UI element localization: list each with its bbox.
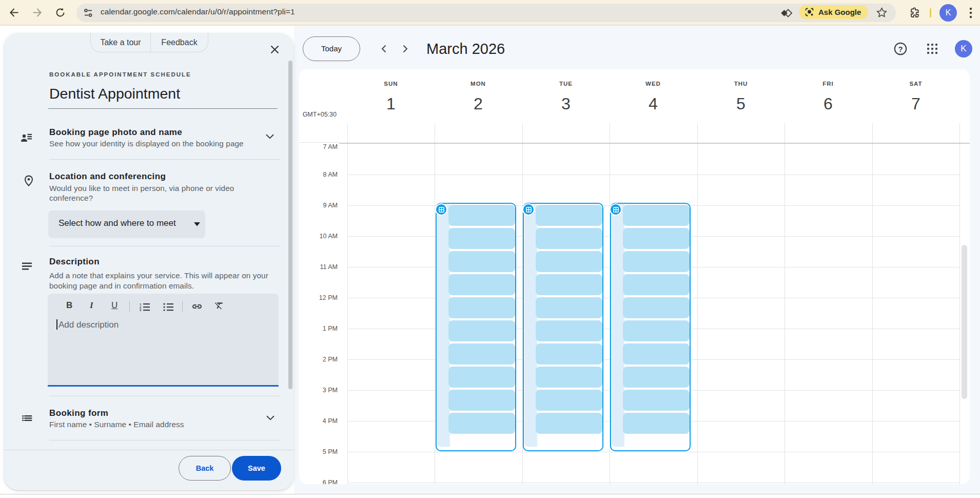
svg-text:?: ? (898, 45, 903, 53)
svg-text:3: 3 (140, 309, 142, 311)
